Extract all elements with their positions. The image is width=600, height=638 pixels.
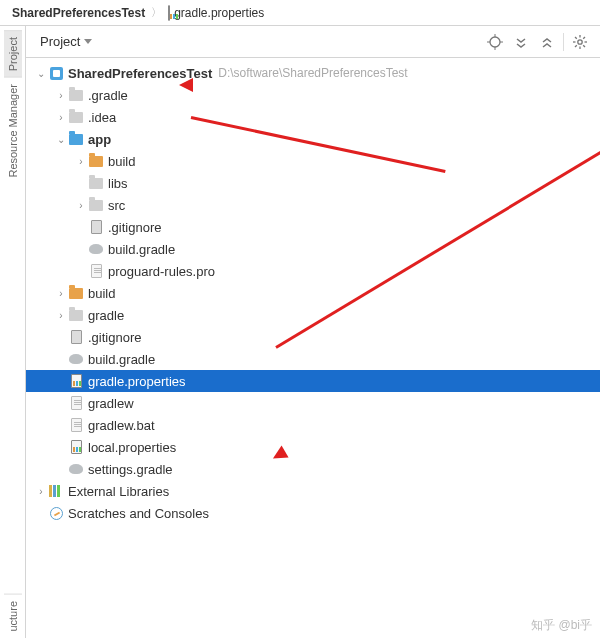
left-sidebar: Project Resource Manager ucture [0,26,26,638]
tree-node[interactable]: ›src [26,194,600,216]
tree-node-label: .idea [88,110,116,125]
tree-node[interactable]: ›build [26,282,600,304]
tree-node[interactable]: proguard-rules.pro [26,260,600,282]
tree-node-label: local.properties [88,440,176,455]
folder-icon [68,109,84,125]
svg-line-12 [575,45,577,47]
expand-all-icon[interactable] [511,32,531,52]
tree-node-label: build [88,286,115,301]
file-icon [88,263,104,279]
folder-icon [88,175,104,191]
tree-node-label: SharedPreferencesTest [68,66,212,81]
tree-node[interactable]: local.properties [26,436,600,458]
file-icon [68,329,84,345]
tree-node-path: D:\software\SharedPreferencesTest [218,66,407,80]
breadcrumb: SharedPreferencesTest 〉 gradle.propertie… [0,0,600,26]
gradle-icon [68,351,84,367]
tree-node-label: Scratches and Consoles [68,506,209,521]
tree-node-label: gradlew.bat [88,418,155,433]
collapse-all-icon[interactable] [537,32,557,52]
chevron-down-icon[interactable]: ⌄ [34,68,48,79]
sidebar-tab-project[interactable]: Project [4,30,22,77]
library-icon [48,483,64,499]
project-tree[interactable]: ⌄SharedPreferencesTestD:\software\Shared… [26,58,600,638]
watermark: 知乎 @bi乎 [531,617,592,634]
tree-node[interactable]: .gitignore [26,216,600,238]
sidebar-tab-label: Project [7,37,19,71]
tree-node[interactable]: libs [26,172,600,194]
project-view-dropdown[interactable]: Project [36,34,92,49]
breadcrumb-separator-icon: 〉 [151,5,162,20]
folder-icon [68,307,84,323]
tree-node-label: proguard-rules.pro [108,264,215,279]
tree-node-label: build.gradle [108,242,175,257]
chevron-down-icon [84,39,92,44]
folder-icon [88,153,104,169]
tree-node[interactable]: gradle.properties [26,370,600,392]
tree-node-label: .gitignore [88,330,141,345]
tree-node[interactable]: ›.idea [26,106,600,128]
project-view-label: Project [40,34,80,49]
tree-node[interactable]: ›build [26,150,600,172]
chevron-right-icon[interactable]: › [54,112,68,123]
properties-file-icon [68,439,84,455]
svg-point-0 [490,37,500,47]
tree-node[interactable]: ⌄SharedPreferencesTestD:\software\Shared… [26,62,600,84]
gear-icon[interactable] [570,32,590,52]
tree-node[interactable]: ›.gradle [26,84,600,106]
sidebar-tab-label: Resource Manager [7,84,19,178]
gradle-icon [88,241,104,257]
svg-line-10 [575,37,577,39]
breadcrumb-project[interactable]: SharedPreferencesTest [8,6,145,20]
folder-icon [68,285,84,301]
locate-icon[interactable] [485,32,505,52]
tree-node[interactable]: Scratches and Consoles [26,502,600,524]
folder-icon [68,131,84,147]
tree-node[interactable]: .gitignore [26,326,600,348]
tree-node-label: .gitignore [108,220,161,235]
tree-node[interactable]: ⌄app [26,128,600,150]
scratch-icon [48,505,64,521]
svg-line-13 [583,37,585,39]
chevron-right-icon[interactable]: › [74,200,88,211]
tree-node[interactable]: build.gradle [26,238,600,260]
sidebar-tab-resource-manager[interactable]: Resource Manager [4,77,22,184]
tree-node[interactable]: gradlew.bat [26,414,600,436]
chevron-right-icon[interactable]: › [54,288,68,299]
tree-node-label: build.gradle [88,352,155,367]
tree-node-label: src [108,198,125,213]
svg-line-11 [583,45,585,47]
project-toolbar: Project [26,26,600,58]
chevron-right-icon[interactable]: › [54,310,68,321]
breadcrumb-file[interactable]: gradle.properties [168,6,264,20]
chevron-right-icon[interactable]: › [54,90,68,101]
tree-node[interactable]: gradlew [26,392,600,414]
tree-node-label: build [108,154,135,169]
tree-node-label: libs [108,176,128,191]
tree-node-label: gradlew [88,396,134,411]
chevron-down-icon[interactable]: ⌄ [54,134,68,145]
tree-node-label: settings.gradle [88,462,173,477]
chevron-right-icon[interactable]: › [74,156,88,167]
tree-node-label: gradle.properties [88,374,186,389]
tree-node-label: gradle [88,308,124,323]
folder-icon [68,87,84,103]
file-icon [88,219,104,235]
tree-node-label: .gradle [88,88,128,103]
properties-file-icon [168,6,170,20]
tree-node[interactable]: ›gradle [26,304,600,326]
chevron-right-icon[interactable]: › [34,486,48,497]
tree-node[interactable]: build.gradle [26,348,600,370]
gradle-icon [68,461,84,477]
breadcrumb-file-label: gradle.properties [174,6,264,20]
tree-node-label: External Libraries [68,484,169,499]
properties-file-icon [68,373,84,389]
tree-node[interactable]: ›External Libraries [26,480,600,502]
svg-point-5 [578,39,582,43]
tree-node[interactable]: settings.gradle [26,458,600,480]
sidebar-tab-structure[interactable]: ucture [4,594,22,638]
module-icon [48,65,64,81]
sidebar-tab-label: ucture [7,601,19,632]
file-icon [68,417,84,433]
breadcrumb-project-label: SharedPreferencesTest [12,6,145,20]
